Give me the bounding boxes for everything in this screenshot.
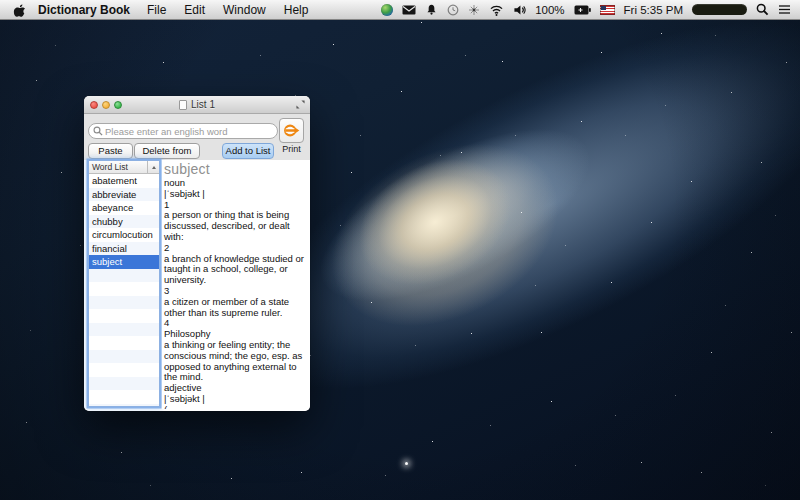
app-globe-icon[interactable] [381, 4, 393, 16]
user-name-redacted[interactable] [692, 4, 747, 15]
word-list-empty-row[interactable] [89, 350, 159, 364]
battery-percent: 100% [535, 4, 564, 16]
title-bar[interactable]: List 1 [84, 96, 310, 114]
word-list-item-abbreviate[interactable]: abbreviate [89, 188, 159, 202]
sort-button[interactable] [147, 161, 159, 173]
word-list-item-subject[interactable]: subject [89, 255, 159, 269]
battery-icon[interactable] [574, 5, 591, 15]
word-list[interactable]: Word List abatementabbreviateabeyancechu… [88, 160, 160, 407]
word-list-empty-row[interactable] [89, 269, 159, 283]
volume-icon[interactable] [513, 4, 526, 16]
definition-line: a citizen or member of a state other tha… [164, 297, 305, 319]
mail-icon[interactable] [402, 5, 416, 15]
apple-logo-icon [13, 3, 26, 17]
definition-line: |ˈsəbjəkt | [164, 394, 305, 405]
add-to-list-button[interactable]: Add to List [222, 143, 274, 159]
definition-headword: subject [164, 161, 305, 178]
sort-up-icon [152, 166, 156, 169]
menu-help[interactable]: Help [275, 3, 318, 17]
definition-line: |ˈsəbjəkt | [164, 189, 305, 200]
search-input[interactable] [105, 126, 271, 137]
word-list-item-abatement[interactable]: abatement [89, 174, 159, 188]
definition-line: 2 [164, 243, 305, 254]
search-icon [93, 126, 103, 136]
word-list-header[interactable]: Word List [89, 161, 159, 174]
word-list-empty-row[interactable] [89, 363, 159, 377]
word-list-item-chubby[interactable]: chubby [89, 215, 159, 229]
app-menu-title[interactable]: Dictionary Book [30, 3, 138, 17]
definition-line: ( [164, 405, 305, 409]
notification-center-icon[interactable] [778, 4, 791, 15]
word-list-empty-row[interactable] [89, 404, 159, 408]
definition-line: a person or thing that is being discusse… [164, 210, 305, 242]
definition-line: a thinking or feeling entity; the consci… [164, 340, 305, 383]
search-field [88, 123, 278, 139]
window-content: Word List abatementabbreviateabeyancechu… [84, 160, 310, 411]
document-icon [179, 100, 187, 110]
word-list-empty-row[interactable] [89, 309, 159, 323]
definition-line: a branch of knowledge studied or taught … [164, 254, 305, 286]
window-title: List 1 [191, 99, 215, 110]
definition-pane[interactable]: subject noun|ˈsəbjəkt |1a person or thin… [162, 160, 308, 409]
clock-icon[interactable] [447, 4, 459, 16]
apple-menu[interactable] [13, 3, 26, 17]
word-list-item-abeyance[interactable]: abeyance [89, 201, 159, 215]
word-list-empty-row[interactable] [89, 336, 159, 350]
print-icon [283, 122, 301, 139]
word-list-empty-row[interactable] [89, 390, 159, 404]
word-list-empty-row[interactable] [89, 296, 159, 310]
word-list-item-circumlocution[interactable]: circumlocution [89, 228, 159, 242]
word-list-header-label: Word List [89, 162, 147, 172]
dictionary-book-window: List 1 Print Paste Delete from List Add … [84, 96, 310, 411]
airport-icon[interactable] [468, 4, 480, 16]
word-list-empty-row[interactable] [89, 282, 159, 296]
spotlight-icon[interactable] [756, 3, 769, 16]
menu-edit[interactable]: Edit [175, 3, 214, 17]
word-list-empty-row[interactable] [89, 323, 159, 337]
print-label: Print [276, 144, 307, 154]
menu-bar: Dictionary Book FileEditWindowHelp 100% … [0, 0, 800, 20]
wifi-icon[interactable] [489, 4, 504, 16]
word-list-item-financial[interactable]: financial [89, 242, 159, 256]
menu-bar-clock[interactable]: Fri 5:35 PM [624, 4, 683, 16]
menu-window[interactable]: Window [214, 3, 275, 17]
us-flag-icon[interactable] [600, 5, 615, 15]
window-title-area: List 1 [84, 96, 310, 113]
delete-from-list-button[interactable]: Delete from List [134, 143, 200, 159]
word-list-empty-row[interactable] [89, 377, 159, 391]
bell-icon[interactable] [425, 3, 438, 16]
print-button[interactable] [279, 118, 304, 143]
menu-file[interactable]: File [138, 3, 175, 17]
fullscreen-icon[interactable] [296, 100, 305, 109]
paste-button[interactable]: Paste [88, 143, 133, 159]
